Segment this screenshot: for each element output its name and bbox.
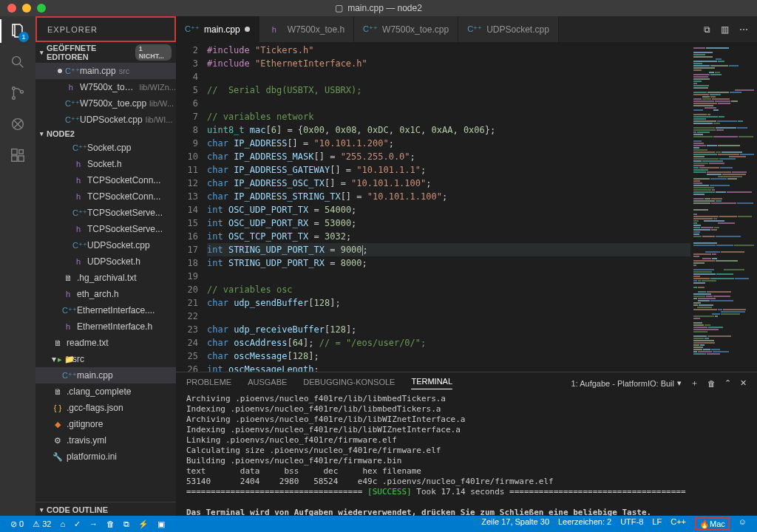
tree-item[interactable]: 🗎.hg_archival.txt: [35, 270, 176, 286]
indentation[interactable]: Leerzeichen: 2: [554, 517, 616, 526]
code-editor[interactable]: #include "Tickers.h"#include "EthernetIn…: [207, 42, 690, 372]
file-icon: h: [72, 160, 84, 168]
file-icon: C⁺⁺: [72, 143, 84, 153]
terminal-selector[interactable]: 1: Aufgabe - PlatformIO: Buil▾: [571, 378, 682, 388]
editor-tabs: C⁺⁺main.cpphW7500x_toe.hC⁺⁺W7500x_toe.cp…: [176, 16, 757, 42]
bottom-panel: PROBLEME AUSGABE DEBUGGING-KONSOLE TERMI…: [176, 372, 757, 516]
editor-tab[interactable]: C⁺⁺UDPSocket.cpp: [458, 16, 559, 42]
cursor-position[interactable]: Zeile 17, Spalte 30: [477, 517, 554, 526]
svg-point-0: [13, 57, 21, 65]
close-window-button[interactable]: [7, 4, 16, 13]
platform-indicator[interactable]: 🔥Mac: [690, 517, 734, 531]
tree-item[interactable]: C⁺⁺UDPSocket.cpp: [35, 237, 176, 253]
tab-output[interactable]: AUSGABE: [248, 378, 287, 389]
svg-rect-8: [19, 150, 24, 154]
compare-icon[interactable]: ⧉: [704, 24, 710, 35]
file-icon: ▢: [335, 3, 343, 13]
tree-item[interactable]: heth_arch.h: [35, 286, 176, 302]
minimize-window-button[interactable]: [22, 4, 31, 13]
chevron-down-icon: ▾: [40, 506, 44, 514]
tree-item[interactable]: C⁺⁺Socket.cpp: [35, 140, 176, 156]
status-bar: ⊘0 ⚠32 ⌂ ✓ → 🗑 ⧉ ⚡ ▣ Zeile 17, Spalte 30…: [0, 516, 757, 532]
serial-icon[interactable]: ⚡: [134, 516, 153, 532]
tree-item[interactable]: ◆.gitignore: [35, 416, 176, 432]
terminal-output[interactable]: Archiving .pioenvs/nucleo_f401re/lib/lib…: [176, 389, 757, 516]
minimap[interactable]: [690, 42, 757, 372]
open-editor-item[interactable]: hW7500x_toe.hlib/WIZn...: [35, 79, 176, 95]
titlebar: ▢ main.cpp — node2: [0, 0, 757, 16]
close-icon[interactable]: ✕: [740, 378, 747, 388]
file-icon: C⁺⁺: [72, 208, 84, 218]
modified-icon: [245, 27, 250, 32]
tree-item[interactable]: hTCPSocketConn...: [35, 188, 176, 205]
build-icon[interactable]: ✓: [69, 516, 85, 532]
chevron-down-icon: ▾: [40, 49, 44, 56]
tab-terminal[interactable]: TERMINAL: [411, 377, 452, 389]
new-terminal-icon[interactable]: ＋: [690, 378, 699, 389]
tree-item[interactable]: 🔧platformio.ini: [35, 449, 176, 465]
eol[interactable]: LF: [648, 517, 666, 526]
activity-bar: 1: [0, 16, 35, 516]
language-mode[interactable]: C++: [666, 517, 690, 526]
tree-item[interactable]: 🗎readme.txt: [35, 335, 176, 351]
maximize-window-button[interactable]: [37, 4, 46, 13]
editor-tab[interactable]: C⁺⁺W7500x_toe.cpp: [354, 16, 458, 42]
workspace-heading[interactable]: ▾ NODE2: [35, 128, 176, 140]
open-editor-item[interactable]: C⁺⁺main.cppsrc: [35, 63, 176, 79]
file-icon: C⁺⁺: [62, 306, 74, 316]
file-icon: C⁺⁺: [185, 24, 197, 34]
tree-item[interactable]: C⁺⁺EthernetInterface....: [35, 302, 176, 318]
code-outline-heading[interactable]: ▾ CODE OUTLINE: [35, 502, 176, 516]
tab-problems[interactable]: PROBLEME: [186, 378, 231, 389]
extensions-icon[interactable]: [9, 146, 27, 164]
source-control-icon[interactable]: [9, 84, 27, 102]
home-icon[interactable]: ⌂: [55, 516, 69, 532]
file-icon: C⁺⁺: [65, 115, 77, 125]
terminal-icon[interactable]: ▣: [153, 516, 169, 532]
editor-tab[interactable]: C⁺⁺main.cpp: [176, 16, 259, 42]
upload-icon[interactable]: →: [85, 516, 102, 532]
open-editors-heading[interactable]: ▾ GEÖFFNETE EDITOREN 1 NICHT...: [35, 42, 176, 63]
tree-item[interactable]: hTCPSocketServe...: [35, 221, 176, 237]
line-numbers: 2345678910111213141516171819202122232425…: [176, 42, 207, 372]
debug-icon[interactable]: [9, 115, 27, 133]
tree-item[interactable]: hTCPSocketConn...: [35, 172, 176, 188]
file-icon: C⁺⁺: [72, 241, 84, 250]
open-editor-item[interactable]: C⁺⁺W7500x_toe.cpplib/W...: [35, 95, 176, 112]
tree-item[interactable]: C⁺⁺main.cpp: [35, 367, 176, 383]
tree-item[interactable]: C⁺⁺TCPSocketServe...: [35, 205, 176, 221]
file-icon: { }: [52, 403, 64, 412]
tree-item[interactable]: ⚙.travis.yml: [35, 432, 176, 449]
explorer-badge: 1: [18, 32, 29, 42]
search-icon[interactable]: [9, 53, 27, 71]
svg-rect-5: [12, 149, 17, 154]
unsaved-badge: 1 NICHT...: [135, 44, 172, 61]
chevron-up-icon[interactable]: ⌃: [724, 378, 731, 388]
more-icon[interactable]: ⋯: [739, 24, 748, 35]
tab-debug-console[interactable]: DEBUGGING-KONSOLE: [303, 378, 395, 389]
feedback-icon[interactable]: ☺: [734, 517, 751, 526]
trash-icon[interactable]: 🗑: [707, 379, 716, 388]
tree-item[interactable]: { }.gcc-flags.json: [35, 400, 176, 416]
file-icon: h: [268, 25, 280, 34]
apple-icon: 🔥: [699, 519, 710, 529]
file-icon: h: [65, 83, 77, 92]
clean-icon[interactable]: 🗑: [102, 516, 119, 532]
open-editor-item[interactable]: C⁺⁺UDPSocket.cpplib/WI...: [35, 112, 176, 128]
split-icon[interactable]: ▥: [721, 24, 729, 35]
explorer-icon[interactable]: 1: [9, 22, 27, 40]
warnings-button[interactable]: ⚠32: [28, 516, 55, 532]
file-icon: ▸ 📁: [58, 355, 69, 364]
tree-item[interactable]: 🗎.clang_complete: [35, 383, 176, 400]
editor-tab[interactable]: hW7500x_toe.h: [259, 16, 354, 42]
tree-item[interactable]: hUDPSocket.h: [35, 253, 176, 270]
tree-item[interactable]: hEthernetInterface.h: [35, 318, 176, 335]
test-icon[interactable]: ⧉: [119, 516, 134, 532]
tree-item[interactable]: hSocket.h: [35, 156, 176, 172]
encoding[interactable]: UTF-8: [616, 517, 648, 526]
tree-item[interactable]: ▾▸ 📁src: [35, 351, 176, 367]
errors-button[interactable]: ⊘0: [6, 516, 28, 532]
window-controls: [0, 4, 46, 13]
file-icon: ⚙: [52, 436, 64, 446]
editor-area: C⁺⁺main.cpphW7500x_toe.hC⁺⁺W7500x_toe.cp…: [176, 16, 757, 516]
